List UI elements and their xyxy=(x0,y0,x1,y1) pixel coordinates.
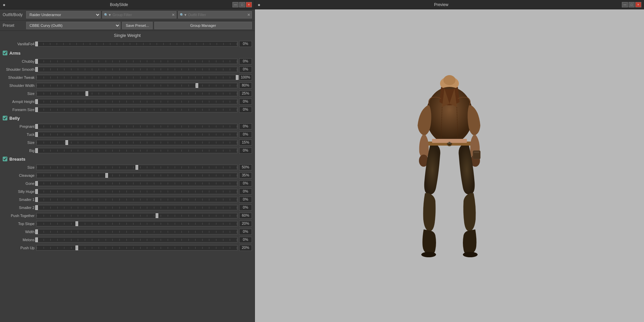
slider-row: Smaller 20% xyxy=(0,204,255,212)
slider-thumb-arms-6[interactable] xyxy=(35,107,38,112)
slider-thumb-breasts-0[interactable] xyxy=(136,165,138,170)
preview-minimize-button[interactable]: — xyxy=(622,2,628,7)
slider-thumb-breasts-5[interactable] xyxy=(35,205,38,210)
slider-label-breasts-10: Push Up xyxy=(3,246,35,250)
slider-label-arms-3: Shoulder Width xyxy=(3,84,35,88)
slider-track-arms-4[interactable] xyxy=(36,91,237,96)
preview-maximize-button[interactable]: □ xyxy=(629,2,635,7)
sliders-container[interactable]: VanillaFo4 0% ArmsChubby0%Shoulder Smoot… xyxy=(0,39,255,322)
group-filter-box[interactable]: 🔍▼ ✕ xyxy=(102,11,176,18)
slider-track-breasts-10[interactable] xyxy=(36,245,237,251)
minimize-button[interactable]: — xyxy=(232,2,238,7)
slider-track-belly-1[interactable] xyxy=(36,132,237,137)
left-title-bar: ● BodySlide — □ ✕ xyxy=(0,0,255,9)
outfit-filter-clear[interactable]: ✕ xyxy=(247,13,250,17)
outfit-filter-box[interactable]: 🔍▼ ✕ xyxy=(178,11,252,18)
outfit-filter-icon: 🔍▼ xyxy=(180,13,187,17)
close-button[interactable]: ✕ xyxy=(246,2,252,7)
group-filter-input[interactable] xyxy=(112,13,170,17)
save-preset-button[interactable]: Save Preset... xyxy=(122,22,153,29)
slider-value-arms-6: 0% xyxy=(239,107,252,113)
slider-track-breasts-9[interactable] xyxy=(36,237,237,243)
outfit-body-dropdown[interactable]: Raider Underarmor xyxy=(26,11,101,18)
vanillaf04-row: VanillaFo4 0% xyxy=(0,39,255,49)
slider-row: Melons0% xyxy=(0,236,255,244)
slider-track-arms-1[interactable] xyxy=(36,67,237,72)
slider-track-arms-5[interactable] xyxy=(36,99,237,104)
slider-row: Pregnant0% xyxy=(0,122,255,130)
slider-label-arms-0: Chubby xyxy=(3,59,35,63)
slider-track-breasts-6[interactable] xyxy=(36,213,237,218)
slider-thumb-breasts-6[interactable] xyxy=(156,213,158,218)
slider-track-breasts-0[interactable] xyxy=(36,165,237,170)
group-checkbox-belly[interactable] xyxy=(3,116,7,120)
vanillaf04-slider[interactable] xyxy=(36,41,237,47)
slider-thumb-arms-5[interactable] xyxy=(35,99,38,104)
svg-point-14 xyxy=(450,143,451,144)
slider-thumb-belly-3[interactable] xyxy=(35,148,38,153)
slider-thumb-breasts-10[interactable] xyxy=(75,246,78,250)
slider-row: Armpit Height0% xyxy=(0,98,255,106)
svg-point-1 xyxy=(443,75,455,85)
group-manager-button[interactable]: Group Manager xyxy=(154,22,252,29)
slider-thumb-breasts-3[interactable] xyxy=(35,189,38,194)
slider-track-breasts-4[interactable] xyxy=(36,197,237,202)
slider-row: Shoulder Tweak100% xyxy=(0,73,255,82)
group-checkbox-arms[interactable] xyxy=(3,51,7,55)
maximize-button[interactable]: □ xyxy=(239,2,245,7)
outfit-filter-input[interactable] xyxy=(188,13,246,17)
preview-close-button[interactable]: ✕ xyxy=(635,2,641,7)
slider-thumb-belly-0[interactable] xyxy=(35,124,38,129)
slider-label-belly-0: Pregnant xyxy=(3,124,35,128)
slider-value-belly-1: 0% xyxy=(239,131,252,138)
slider-thumb-belly-1[interactable] xyxy=(35,132,38,137)
slider-track-breasts-8[interactable] xyxy=(36,229,237,234)
slider-value-breasts-7: 20% xyxy=(239,221,252,227)
slider-thumb-belly-2[interactable] xyxy=(65,140,68,145)
slider-thumb-arms-0[interactable] xyxy=(35,59,38,64)
slider-thumb-breasts-8[interactable] xyxy=(35,229,38,234)
preview-area xyxy=(255,9,644,322)
slider-thumb-breasts-1[interactable] xyxy=(105,173,108,178)
slider-thumb-breasts-4[interactable] xyxy=(35,197,38,202)
slider-thumb-arms-2[interactable] xyxy=(236,75,238,80)
left-panel: ● BodySlide — □ ✕ Outfit/Body Raider Und… xyxy=(0,0,255,322)
slider-value-breasts-10: 20% xyxy=(239,245,252,251)
slider-label-belly-1: Tuck xyxy=(3,132,35,137)
slider-track-breasts-1[interactable] xyxy=(36,173,237,178)
title-controls: — □ ✕ xyxy=(232,2,252,7)
slider-thumb-breasts-2[interactable] xyxy=(35,181,38,186)
slider-thumb-breasts-7[interactable] xyxy=(75,221,78,226)
slider-track-arms-3[interactable] xyxy=(36,83,237,88)
slider-track-breasts-7[interactable] xyxy=(36,221,237,226)
slider-track-belly-3[interactable] xyxy=(36,148,237,153)
slider-track-breasts-3[interactable] xyxy=(36,189,237,194)
slider-label-belly-2: Size xyxy=(3,141,35,145)
slider-thumb-arms-1[interactable] xyxy=(35,67,38,72)
slider-row: Forearm Size0% xyxy=(0,106,255,114)
preset-label: Preset xyxy=(3,23,24,28)
group-header-belly: Belly xyxy=(0,114,255,122)
slider-value-arms-2: 100% xyxy=(239,74,252,80)
slider-track-arms-6[interactable] xyxy=(36,107,237,112)
slider-track-arms-2[interactable] xyxy=(36,75,237,80)
slider-track-breasts-2[interactable] xyxy=(36,181,237,186)
slider-value-breasts-4: 0% xyxy=(239,197,252,203)
slider-track-breasts-5[interactable] xyxy=(36,205,237,210)
slider-row: Silly Huge0% xyxy=(0,187,255,196)
slider-value-arms-5: 0% xyxy=(239,99,252,105)
slider-track-belly-2[interactable] xyxy=(36,140,237,145)
outfit-body-label: Outfit/Body xyxy=(3,12,24,17)
group-filter-clear[interactable]: ✕ xyxy=(172,13,175,17)
slider-thumb-arms-4[interactable] xyxy=(86,91,88,96)
slider-thumb-breasts-9[interactable] xyxy=(35,237,38,242)
slider-thumb-arms-3[interactable] xyxy=(196,83,198,88)
character-model xyxy=(392,48,506,283)
slider-label-breasts-5: Smaller 2 xyxy=(3,206,35,210)
svg-point-13 xyxy=(448,143,449,144)
slider-track-belly-0[interactable] xyxy=(36,124,237,129)
preset-dropdown[interactable]: CBBE Curvy (Outfit) xyxy=(26,22,120,29)
slider-track-arms-0[interactable] xyxy=(36,59,237,64)
slider-row: Size15% xyxy=(0,139,255,147)
group-checkbox-breasts[interactable] xyxy=(3,157,7,161)
